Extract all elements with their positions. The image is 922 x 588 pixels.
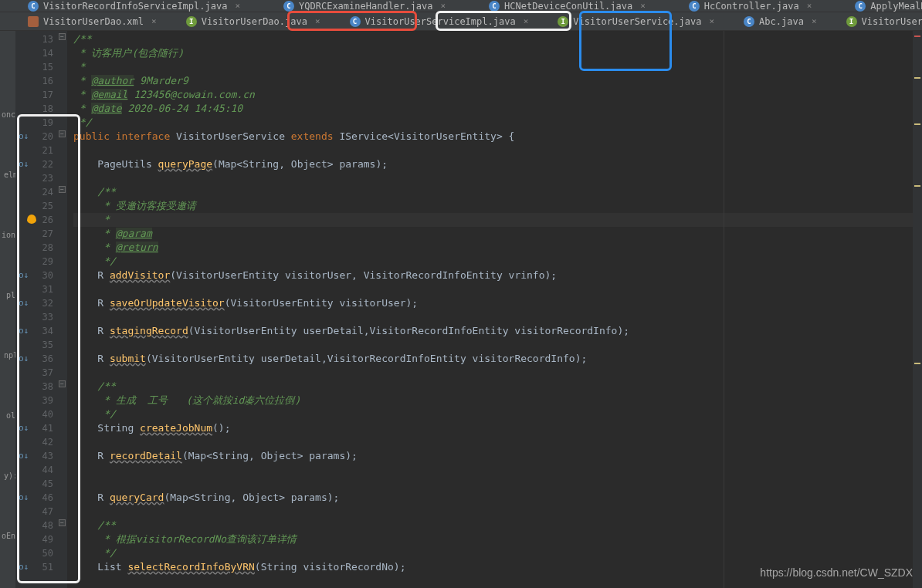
close-icon[interactable]: × — [235, 1, 240, 11]
override-icon[interactable]: o↓ — [19, 491, 29, 505]
line-number[interactable]: 42 — [15, 435, 53, 449]
code-line[interactable]: R submit(VisitorUserEntity userDetail,Vi… — [73, 352, 913, 366]
code-line[interactable]: */ — [73, 255, 913, 269]
override-icon[interactable]: o↓ — [19, 157, 29, 171]
override-icon[interactable]: o↓ — [19, 130, 29, 144]
file-tab[interactable]: CVisitorRecordInfoServiceImpl.java× — [22, 0, 246, 12]
file-tab[interactable]: IVisitorUserService.java× — [551, 15, 720, 29]
code-line[interactable]: * @email 123456@cowain.com.cn — [73, 88, 913, 102]
line-number[interactable]: 43o↓ — [15, 449, 53, 463]
line-number[interactable]: 44 — [15, 463, 53, 477]
code-line[interactable] — [73, 144, 913, 157]
line-number[interactable]: 41o↓ — [15, 421, 53, 435]
file-tab[interactable]: CVisitorUserServiceImpl.java× — [344, 15, 535, 29]
line-number[interactable]: 35 — [15, 338, 53, 352]
code-line[interactable] — [73, 310, 913, 324]
close-icon[interactable]: × — [709, 16, 714, 26]
code-line[interactable]: * 根据visitorRecordNo查询该订单详情 — [73, 532, 913, 546]
line-number[interactable]: 25 — [15, 199, 53, 213]
code-line[interactable] — [73, 171, 913, 185]
fold-column[interactable]: −−−−− — [58, 31, 67, 588]
code-line[interactable]: * 生成 工号 (这个就按id凑六位拉倒) — [73, 394, 913, 407]
code-line[interactable]: * 访客用户(包含随行) — [73, 46, 913, 60]
override-icon[interactable]: o↓ — [19, 269, 29, 282]
code-line[interactable]: */ — [73, 407, 913, 421]
code-editor[interactable]: /** * 访客用户(包含随行) * * @author 9Marder9 * … — [67, 31, 913, 588]
close-icon[interactable]: × — [440, 1, 446, 11]
code-line[interactable]: */ — [73, 116, 913, 130]
code-line[interactable]: /** — [73, 380, 913, 394]
line-number[interactable]: 15 — [15, 60, 53, 74]
code-line[interactable]: R recordDetail(Map<String, Object> param… — [73, 449, 913, 463]
code-line[interactable]: R addVisitor(VisitorUserEntity visitorUs… — [73, 269, 913, 282]
line-number[interactable]: 34o↓ — [15, 324, 53, 338]
code-line[interactable] — [73, 463, 913, 477]
override-icon[interactable]: o↓ — [19, 560, 29, 574]
close-icon[interactable]: × — [151, 16, 157, 26]
line-number[interactable]: 49 — [15, 532, 53, 546]
file-tab[interactable]: CApplyMealRecordServiceImpl.java× — [849, 0, 922, 12]
code-line[interactable]: * @date 2020-06-24 14:45:10 — [73, 102, 913, 116]
code-line[interactable] — [73, 282, 913, 296]
code-line[interactable]: * @param — [73, 227, 913, 241]
code-line[interactable]: R queryCard(Map<String, Object> params); — [73, 491, 913, 505]
line-number-gutter[interactable]: 1314151617181920o↓2122o↓2324252627282930… — [15, 31, 58, 588]
line-number[interactable]: 18 — [15, 102, 53, 116]
line-number[interactable]: 13 — [15, 32, 53, 46]
line-number[interactable]: 32o↓ — [15, 296, 53, 310]
code-line[interactable]: R saveOrUpdateVisitor(VisitorUserEntity … — [73, 296, 913, 310]
code-line[interactable]: * — [73, 213, 913, 227]
close-icon[interactable]: × — [315, 16, 320, 26]
line-number[interactable]: 20o↓ — [15, 130, 53, 144]
code-line[interactable]: public interface VisitorUserService exte… — [73, 130, 913, 144]
code-line[interactable]: * @return — [73, 241, 913, 255]
line-number[interactable]: 24 — [15, 185, 53, 199]
file-tab[interactable]: IVisitorUserDao.java× — [180, 15, 327, 29]
line-number[interactable]: 30o↓ — [15, 269, 53, 282]
line-number[interactable]: 17 — [15, 88, 53, 102]
close-icon[interactable]: × — [807, 1, 812, 11]
override-icon[interactable]: o↓ — [19, 324, 29, 338]
left-tool-strip[interactable]: oncuelmionsplnploly):oEnt — [0, 31, 15, 588]
code-line[interactable]: R stagingRecord(VisitorUserEntity userDe… — [73, 324, 913, 338]
line-number[interactable]: 26 — [15, 213, 53, 227]
line-number[interactable]: 21 — [15, 144, 53, 157]
line-number[interactable]: 16 — [15, 74, 53, 88]
line-number[interactable]: 22o↓ — [15, 157, 53, 171]
code-line[interactable]: * 受邀访客接受邀请 — [73, 199, 913, 213]
intention-bulb-icon[interactable] — [27, 215, 36, 224]
code-line[interactable]: /** — [73, 32, 913, 46]
code-line[interactable] — [73, 505, 913, 519]
file-tab[interactable]: VisitorUserDao.xml× — [22, 15, 163, 29]
line-number[interactable]: 48 — [15, 519, 53, 532]
file-tab[interactable]: CHCNetDeviceConUtil.java× — [483, 0, 652, 12]
line-number[interactable]: 37 — [15, 366, 53, 380]
code-line[interactable] — [73, 477, 913, 491]
file-tab[interactable]: CAbc.java× — [737, 15, 822, 29]
line-number[interactable]: 39 — [15, 394, 53, 407]
code-line[interactable]: */ — [73, 546, 913, 560]
override-icon[interactable]: o↓ — [19, 449, 29, 463]
fold-toggle-icon[interactable]: − — [59, 33, 66, 40]
close-icon[interactable]: × — [640, 1, 646, 11]
code-line[interactable] — [73, 338, 913, 352]
line-number[interactable]: 46o↓ — [15, 491, 53, 505]
file-tab[interactable]: IVisitorUserRandomService.java× — [840, 15, 923, 29]
code-line[interactable]: String createJobNum(); — [73, 421, 913, 435]
line-number[interactable]: 50 — [15, 546, 53, 560]
fold-toggle-icon[interactable]: − — [59, 130, 66, 137]
line-number[interactable]: 14 — [15, 46, 53, 60]
fold-toggle-icon[interactable]: − — [59, 380, 66, 387]
line-number[interactable]: 28 — [15, 241, 53, 255]
code-line[interactable]: * @author 9Marder9 — [73, 74, 913, 88]
line-number[interactable]: 36o↓ — [15, 352, 53, 366]
override-icon[interactable]: o↓ — [19, 421, 29, 435]
line-number[interactable]: 23 — [15, 171, 53, 185]
line-number[interactable]: 27 — [15, 227, 53, 241]
line-number[interactable]: 33 — [15, 310, 53, 324]
line-number[interactable]: 40 — [15, 407, 53, 421]
line-number[interactable]: 45 — [15, 477, 53, 491]
file-tab[interactable]: CHcController.java× — [683, 0, 818, 12]
code-line[interactable]: PageUtils queryPage(Map<String, Object> … — [73, 157, 913, 171]
right-marker-strip[interactable] — [913, 31, 922, 588]
